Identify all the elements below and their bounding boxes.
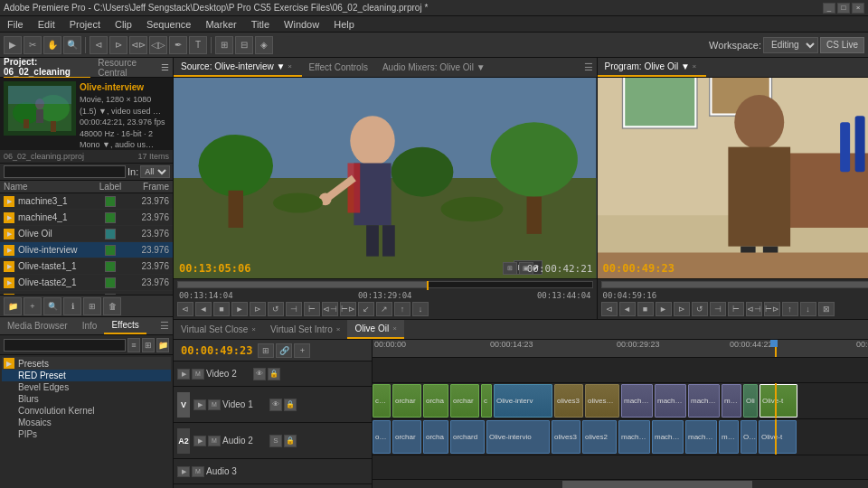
- audio-clip-machine4[interactable]: machine4: [618, 420, 650, 454]
- timeline-timecode[interactable]: 00:00:49:23: [177, 344, 256, 357]
- project-search-input[interactable]: [4, 165, 126, 178]
- effects-item-pips[interactable]: PIPs: [2, 428, 171, 440]
- effects-panel-menu[interactable]: ☰: [156, 320, 173, 332]
- prog-mark-in[interactable]: ⊣: [710, 302, 726, 316]
- presets-category-header[interactable]: ▶ Presets: [2, 357, 171, 370]
- effects-item-convolution[interactable]: Convolution Kernel: [2, 405, 171, 417]
- audio-clip-machine3[interactable]: machine3: [652, 420, 684, 454]
- clip-olives3[interactable]: olives3: [554, 384, 583, 418]
- effects-view-grid[interactable]: ⊞: [142, 338, 155, 352]
- list-item[interactable]: ▶ Olive-interview 23.976: [0, 242, 173, 258]
- audio-clip-olive[interactable]: Olive: [741, 420, 757, 454]
- tool-mark[interactable]: ◈: [255, 36, 273, 54]
- program-tab-close[interactable]: ×: [690, 62, 699, 71]
- in-select[interactable]: All: [140, 165, 170, 178]
- source-play[interactable]: ►: [231, 302, 248, 316]
- clip-c-ord[interactable]: c ord: [373, 384, 391, 418]
- project-delete[interactable]: 🗑: [103, 297, 121, 315]
- track-lock-a2[interactable]: 🔒: [284, 435, 297, 447]
- timeline-ruler[interactable]: 00:00:00 00:00:14:23 00:00:29:23 00:00:4…: [373, 340, 868, 358]
- track-lock-v2[interactable]: 🔒: [268, 368, 280, 380]
- list-item[interactable]: ▶ machine3_1 23.976: [0, 193, 173, 210]
- source-monitor-menu[interactable]: ☰: [580, 61, 597, 73]
- menu-clip[interactable]: Clip: [111, 19, 136, 30]
- program-progress-bar[interactable]: [601, 281, 869, 288]
- track-solo-a2[interactable]: S: [269, 435, 282, 447]
- source-stop[interactable]: ■: [213, 302, 230, 316]
- source-lift[interactable]: ↑: [394, 302, 410, 316]
- clip-orcha[interactable]: orcha: [423, 384, 448, 418]
- effects-item-bevel-edges[interactable]: Bevel Edges: [2, 381, 171, 393]
- track-collapse-a3[interactable]: ▶: [177, 466, 190, 477]
- tool-roll[interactable]: ⊳: [109, 36, 127, 54]
- project-tab-active[interactable]: Project: 06_02_cleaning: [4, 57, 90, 78]
- source-play-back[interactable]: ◄: [195, 302, 212, 316]
- audio-clip-olives3[interactable]: olives3: [552, 420, 580, 454]
- clip-orchar-2[interactable]: orchar: [450, 384, 479, 418]
- effects-view-list[interactable]: ≡: [127, 338, 140, 352]
- timeline-scrollbar-thumb[interactable]: [562, 481, 752, 488]
- tl-link-btn[interactable]: 🔗: [276, 343, 292, 358]
- project-new-bin[interactable]: 📁: [4, 297, 22, 315]
- source-loop[interactable]: ↺: [268, 302, 284, 316]
- prog-extract[interactable]: ↓: [800, 302, 816, 316]
- menu-marker[interactable]: Marker: [202, 19, 240, 30]
- tool-slide[interactable]: ◁▷: [149, 36, 167, 54]
- track-lock-v1[interactable]: 🔒: [284, 399, 297, 411]
- virtual-set-close-tab[interactable]: Virtual Set Close ×: [174, 320, 263, 339]
- source-step-fwd[interactable]: ⊳: [250, 302, 266, 316]
- prog-lift[interactable]: ↑: [782, 302, 798, 316]
- tool-zoom[interactable]: 🔍: [63, 36, 81, 54]
- audio-mixers-tab[interactable]: Audio Mixers: Olive Oil ▼: [375, 58, 493, 77]
- list-item[interactable]: ▶ Olive-taste1_1 23.976: [0, 258, 173, 275]
- menu-title[interactable]: Title: [248, 19, 273, 30]
- clip-olive-t[interactable]: Olive-t: [760, 384, 797, 418]
- workspace-select[interactable]: Editing: [763, 37, 818, 53]
- project-info[interactable]: ℹ: [63, 297, 81, 315]
- audio-clip-machir[interactable]: machir: [719, 420, 739, 454]
- source-goto-out[interactable]: ⊢⊳: [340, 302, 356, 316]
- track-collapse-v1[interactable]: ▶: [193, 399, 206, 410]
- project-find[interactable]: 🔍: [43, 297, 61, 315]
- source-mark-out[interactable]: ⊢: [304, 302, 320, 316]
- source-extract[interactable]: ↓: [412, 302, 429, 316]
- audio-clip-orcha[interactable]: orcha: [423, 420, 448, 454]
- virtual-set-intro-tab[interactable]: Virtual Set Intro ×: [263, 320, 347, 339]
- track-collapse-a2[interactable]: ▶: [193, 436, 206, 446]
- clip-olive-interview[interactable]: Olive-interv: [494, 384, 552, 418]
- track-toggle-v2[interactable]: M: [192, 369, 204, 380]
- track-toggle-v1[interactable]: M: [208, 399, 221, 410]
- source-safe-btn[interactable]: ⊞: [503, 262, 517, 275]
- project-new-item[interactable]: +: [24, 297, 42, 315]
- vsi-close[interactable]: ×: [336, 325, 341, 333]
- olive-oil-tab[interactable]: Olive Oil ×: [347, 320, 403, 339]
- vsc-close[interactable]: ×: [251, 325, 256, 333]
- source-tab-active[interactable]: Source: Olive-interview ▼ ×: [174, 58, 302, 77]
- source-overwrite[interactable]: ↗: [376, 302, 392, 316]
- tool-ripple[interactable]: ⊲: [90, 36, 108, 54]
- track-eye-v1[interactable]: 👁: [269, 399, 282, 411]
- track-collapse-v2[interactable]: ▶: [177, 369, 190, 380]
- track-mute-a2[interactable]: M: [208, 436, 221, 446]
- minimize-button[interactable]: _: [823, 3, 835, 14]
- tool-link[interactable]: ⊟: [235, 36, 253, 54]
- list-item[interactable]: ▶ machine4_1 23.976: [0, 210, 173, 226]
- tool-razor[interactable]: ✂: [24, 36, 42, 54]
- clip-machine3[interactable]: machine3: [655, 384, 686, 418]
- timeline-scrollbar[interactable]: [373, 479, 868, 488]
- prog-step-fwd[interactable]: ⊳: [674, 302, 690, 316]
- prog-trim[interactable]: ⊠: [818, 302, 835, 316]
- prog-stop[interactable]: ■: [637, 302, 654, 316]
- list-item[interactable]: ▶ Olive Oil 23.976: [0, 226, 173, 242]
- clip-machine4[interactable]: machine4: [621, 384, 653, 418]
- audio-clip-olives2[interactable]: olives2: [582, 420, 617, 454]
- effects-new-bin[interactable]: 📁: [156, 338, 169, 352]
- prog-loop[interactable]: ↺: [692, 302, 708, 316]
- menu-help[interactable]: Help: [330, 19, 358, 30]
- source-step-back[interactable]: ⊲: [177, 302, 193, 316]
- prog-goto-out[interactable]: ⊢⊳: [764, 302, 780, 316]
- tool-snap[interactable]: ⊞: [215, 36, 233, 54]
- prog-play[interactable]: ►: [656, 302, 672, 316]
- panel-menu-button[interactable]: ☰: [161, 62, 169, 72]
- prog-mark-out[interactable]: ⊢: [728, 302, 744, 316]
